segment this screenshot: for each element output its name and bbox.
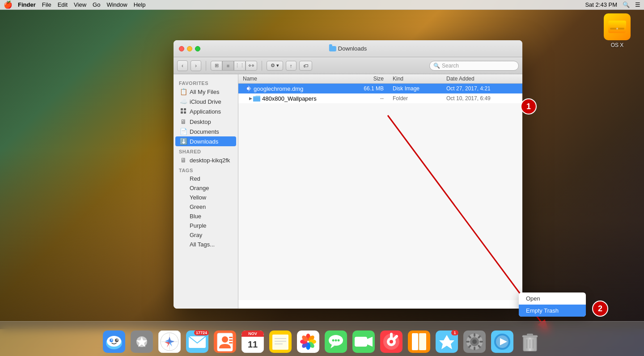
- sidebar-item-purple[interactable]: Purple: [175, 221, 236, 230]
- drive-icon: [604, 13, 631, 40]
- svg-rect-63: [355, 337, 367, 347]
- menu-finder[interactable]: Finder: [18, 1, 36, 8]
- action-button[interactable]: ⚙ ▾: [267, 61, 283, 71]
- menu-go[interactable]: Go: [93, 1, 100, 8]
- dock-safari[interactable]: [157, 329, 182, 354]
- sidebar-item-applications[interactable]: Applications: [175, 106, 236, 117]
- sidebar-item-all-my-files[interactable]: 📋 All My Files: [175, 87, 236, 97]
- svg-text:11: 11: [248, 339, 258, 349]
- sidebar-item-desktop-network[interactable]: 🖥 desktop-kikq2fk: [175, 155, 236, 165]
- svg-rect-1: [608, 21, 626, 33]
- title-folder-icon: [329, 46, 336, 51]
- drive-label: OS X: [611, 42, 624, 48]
- sidebar-item-downloads[interactable]: ⬇️ Downloads: [175, 136, 236, 146]
- sidebar-item-yellow[interactable]: Yellow: [175, 193, 236, 202]
- dock-notes[interactable]: [268, 329, 293, 354]
- sidebar-item-desktop[interactable]: 🖥 Desktop: [175, 117, 236, 127]
- documents-icon: 📄: [180, 128, 187, 135]
- empty-row-14: [238, 231, 522, 241]
- dock: 17724 NOV 11: [0, 321, 644, 356]
- menu-view[interactable]: View: [74, 1, 86, 8]
- dock-finder[interactable]: [102, 329, 127, 354]
- dock-photos[interactable]: [296, 329, 321, 354]
- dock-quicktime[interactable]: [490, 329, 515, 354]
- fullscreen-button[interactable]: [195, 46, 200, 51]
- desktop-label: Desktop: [190, 119, 211, 125]
- close-button[interactable]: [179, 46, 184, 51]
- documents-label: Documents: [190, 128, 219, 135]
- svg-point-3: [616, 28, 618, 30]
- sidebar-item-all-tags[interactable]: All Tags...: [175, 240, 236, 249]
- share-button[interactable]: ↑: [286, 61, 297, 71]
- chrome-filename: googlechrome.dmg: [254, 85, 303, 92]
- sidebar-item-green[interactable]: Green: [175, 202, 236, 212]
- sidebar-item-gray[interactable]: Gray: [175, 230, 236, 240]
- dock-messages[interactable]: [323, 329, 348, 354]
- svg-text:NOV: NOV: [248, 331, 257, 336]
- back-button[interactable]: ‹: [177, 60, 188, 71]
- col-name-header[interactable]: Name: [243, 76, 357, 82]
- osx-drive[interactable]: OS X: [604, 13, 631, 48]
- traffic-lights: [179, 46, 200, 51]
- dock-launchpad[interactable]: [129, 329, 154, 354]
- sidebar-item-icloud-drive[interactable]: ☁️ iCloud Drive: [175, 97, 236, 106]
- col-date-header[interactable]: Date Added: [446, 76, 518, 82]
- dock-facetime[interactable]: [351, 329, 376, 354]
- col-size-header[interactable]: Size: [357, 76, 393, 82]
- tags-button[interactable]: 🏷: [299, 61, 312, 71]
- empty-row-13: [238, 221, 522, 231]
- menu-help[interactable]: Help: [134, 1, 146, 8]
- search-box[interactable]: 🔍 Search: [429, 61, 519, 71]
- purple-label: Purple: [190, 222, 207, 229]
- applications-icon: [180, 108, 187, 115]
- dock-appstore[interactable]: 1: [434, 329, 459, 354]
- apple-menu[interactable]: 🍎: [4, 0, 13, 9]
- forward-button[interactable]: ›: [191, 60, 201, 71]
- yellow-label: Yellow: [190, 194, 206, 201]
- dock-trash[interactable]: [517, 329, 542, 354]
- file-row-wallpapers[interactable]: ▶ 480x800_Wallpapers -- Folder Oct 10, 2…: [238, 93, 522, 103]
- column-view-btn[interactable]: ⋮⋮: [234, 61, 246, 71]
- folder-disclosure[interactable]: ▶: [249, 96, 252, 101]
- blue-label: Blue: [190, 213, 201, 220]
- minimize-button[interactable]: [187, 46, 192, 51]
- empty-row-19: [238, 280, 522, 290]
- file-row-chrome[interactable]: googlechrome.dmg 66.1 MB Disk Image Oct …: [238, 84, 522, 93]
- menu-window[interactable]: Window: [106, 1, 127, 8]
- notification-icon[interactable]: ☰: [635, 1, 640, 8]
- dock-syspreferences[interactable]: [462, 329, 487, 354]
- svg-rect-36: [229, 342, 233, 343]
- wallpapers-kind: Folder: [393, 95, 446, 102]
- svg-point-17: [111, 339, 113, 341]
- wallpapers-name-cell: ▶ 480x800_Wallpapers: [243, 95, 357, 102]
- chrome-kind: Disk Image: [393, 85, 446, 92]
- folder-icon: [253, 95, 260, 102]
- dock-contacts[interactable]: [212, 329, 237, 354]
- tags-label: Tags: [174, 165, 238, 174]
- menu-file[interactable]: File: [42, 1, 51, 8]
- menu-edit[interactable]: Edit: [58, 1, 68, 8]
- svg-rect-80: [474, 333, 475, 337]
- sidebar-item-orange[interactable]: Orange: [175, 183, 236, 193]
- ctx-empty-trash[interactable]: Empty Trash: [519, 305, 586, 317]
- sidebar-item-blue[interactable]: Blue: [175, 212, 236, 221]
- empty-row-7: [238, 162, 522, 172]
- all-my-files-label: All My Files: [190, 89, 219, 95]
- sidebar-item-red[interactable]: Red: [175, 174, 236, 183]
- empty-row-20: [238, 290, 522, 300]
- dock-ibooks[interactable]: [407, 329, 432, 354]
- empty-row-4: [238, 133, 522, 143]
- coverflow-view-btn[interactable]: ⋄⋄: [246, 61, 257, 71]
- ctx-open[interactable]: Open: [519, 292, 586, 305]
- dock-mail[interactable]: 17724: [185, 329, 210, 354]
- dock-itunes[interactable]: [379, 329, 404, 354]
- search-menubar-icon[interactable]: 🔍: [623, 1, 630, 8]
- dock-calendar[interactable]: NOV 11: [240, 329, 265, 354]
- list-view-btn[interactable]: ≡: [222, 61, 234, 71]
- svg-rect-73: [419, 333, 426, 350]
- sidebar-item-documents[interactable]: 📄 Documents: [175, 127, 236, 136]
- col-kind-header[interactable]: Kind: [393, 76, 446, 82]
- step1-indicator: 1: [521, 98, 537, 114]
- svg-point-79: [472, 339, 477, 344]
- icon-view-btn[interactable]: ⊞: [211, 61, 222, 71]
